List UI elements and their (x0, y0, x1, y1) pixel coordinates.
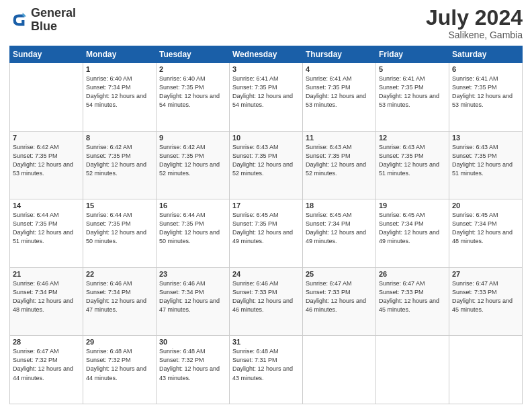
logo-line2: Blue (31, 20, 76, 34)
day-info: Sunrise: 6:44 AMSunset: 7:35 PMDaylight:… (86, 211, 153, 246)
day-number: 24 (232, 270, 300, 278)
week-row-5: 28Sunrise: 6:47 AMSunset: 7:32 PMDayligh… (10, 336, 523, 404)
day-number: 3 (232, 65, 300, 73)
day-info: Sunrise: 6:40 AMSunset: 7:34 PMDaylight:… (86, 75, 153, 109)
day-info: Sunrise: 6:46 AMSunset: 7:34 PMDaylight:… (86, 279, 153, 314)
header-row: SundayMondayTuesdayWednesdayThursdayFrid… (10, 46, 523, 63)
week-row-2: 7Sunrise: 6:42 AMSunset: 7:35 PMDaylight… (10, 131, 523, 199)
day-cell: 28Sunrise: 6:47 AMSunset: 7:32 PMDayligh… (10, 336, 83, 404)
day-info: Sunrise: 6:43 AMSunset: 7:35 PMDaylight:… (452, 143, 519, 178)
day-number: 27 (452, 270, 519, 278)
week-row-4: 21Sunrise: 6:46 AMSunset: 7:34 PMDayligh… (10, 267, 523, 336)
day-info: Sunrise: 6:41 AMSunset: 7:35 PMDaylight:… (232, 75, 300, 109)
day-info: Sunrise: 6:47 AMSunset: 7:32 PMDaylight:… (13, 347, 80, 382)
logo-icon (9, 11, 28, 30)
day-cell (10, 63, 83, 132)
day-info: Sunrise: 6:45 AMSunset: 7:34 PMDaylight:… (452, 211, 519, 246)
day-cell: 12Sunrise: 6:43 AMSunset: 7:35 PMDayligh… (376, 131, 449, 199)
day-cell: 11Sunrise: 6:43 AMSunset: 7:35 PMDayligh… (303, 131, 376, 199)
day-info: Sunrise: 6:40 AMSunset: 7:35 PMDaylight:… (159, 75, 226, 109)
day-cell: 9Sunrise: 6:42 AMSunset: 7:35 PMDaylight… (157, 131, 230, 199)
day-info: Sunrise: 6:45 AMSunset: 7:35 PMDaylight:… (232, 211, 300, 246)
day-cell: 31Sunrise: 6:48 AMSunset: 7:31 PMDayligh… (230, 336, 303, 404)
day-number: 14 (13, 201, 80, 210)
col-header-tuesday: Tuesday (157, 46, 230, 63)
day-cell: 17Sunrise: 6:45 AMSunset: 7:35 PMDayligh… (230, 199, 303, 268)
day-cell: 22Sunrise: 6:46 AMSunset: 7:34 PMDayligh… (83, 267, 157, 336)
day-number: 15 (86, 201, 153, 210)
calendar-table: SundayMondayTuesdayWednesdayThursdayFrid… (9, 46, 523, 404)
day-info: Sunrise: 6:44 AMSunset: 7:35 PMDaylight:… (159, 211, 226, 246)
day-number: 12 (379, 134, 446, 142)
day-cell: 5Sunrise: 6:41 AMSunset: 7:35 PMDaylight… (376, 63, 449, 132)
day-cell: 21Sunrise: 6:46 AMSunset: 7:34 PMDayligh… (10, 267, 83, 336)
day-info: Sunrise: 6:41 AMSunset: 7:35 PMDaylight:… (452, 75, 519, 109)
day-number: 22 (86, 270, 153, 278)
col-header-friday: Friday (376, 46, 449, 63)
day-number: 29 (86, 338, 153, 346)
day-info: Sunrise: 6:48 AMSunset: 7:31 PMDaylight:… (232, 347, 300, 382)
day-cell: 23Sunrise: 6:46 AMSunset: 7:34 PMDayligh… (157, 267, 230, 336)
day-info: Sunrise: 6:44 AMSunset: 7:35 PMDaylight:… (13, 211, 80, 246)
day-info: Sunrise: 6:47 AMSunset: 7:33 PMDaylight:… (452, 279, 519, 314)
day-info: Sunrise: 6:43 AMSunset: 7:35 PMDaylight:… (306, 143, 373, 178)
day-cell: 6Sunrise: 6:41 AMSunset: 7:35 PMDaylight… (449, 63, 523, 132)
day-info: Sunrise: 6:45 AMSunset: 7:34 PMDaylight:… (379, 211, 446, 246)
day-cell: 19Sunrise: 6:45 AMSunset: 7:34 PMDayligh… (376, 199, 449, 268)
col-header-saturday: Saturday (449, 46, 523, 63)
day-info: Sunrise: 6:42 AMSunset: 7:35 PMDaylight:… (13, 143, 80, 178)
day-number: 6 (452, 65, 519, 73)
day-number: 4 (306, 65, 373, 73)
day-cell: 26Sunrise: 6:47 AMSunset: 7:33 PMDayligh… (376, 267, 449, 336)
day-cell: 18Sunrise: 6:45 AMSunset: 7:34 PMDayligh… (303, 199, 376, 268)
day-number: 9 (159, 134, 226, 142)
day-number: 19 (379, 201, 446, 210)
day-info: Sunrise: 6:46 AMSunset: 7:33 PMDaylight:… (232, 279, 300, 314)
day-cell: 7Sunrise: 6:42 AMSunset: 7:35 PMDaylight… (10, 131, 83, 199)
day-number: 28 (13, 338, 80, 346)
col-header-thursday: Thursday (303, 46, 376, 63)
day-cell: 27Sunrise: 6:47 AMSunset: 7:33 PMDayligh… (449, 267, 523, 336)
day-cell: 14Sunrise: 6:44 AMSunset: 7:35 PMDayligh… (10, 199, 83, 268)
day-info: Sunrise: 6:48 AMSunset: 7:32 PMDaylight:… (86, 347, 153, 382)
day-cell: 10Sunrise: 6:43 AMSunset: 7:35 PMDayligh… (230, 131, 303, 199)
title-block: July 2024 Salikene, Gambia (426, 7, 523, 40)
header: General Blue July 2024 Salikene, Gambia (9, 7, 523, 40)
day-info: Sunrise: 6:48 AMSunset: 7:32 PMDaylight:… (159, 347, 226, 382)
day-number: 2 (159, 65, 226, 73)
day-cell: 24Sunrise: 6:46 AMSunset: 7:33 PMDayligh… (230, 267, 303, 336)
day-info: Sunrise: 6:46 AMSunset: 7:34 PMDaylight:… (159, 279, 226, 314)
day-info: Sunrise: 6:45 AMSunset: 7:34 PMDaylight:… (306, 211, 373, 246)
week-row-1: 1Sunrise: 6:40 AMSunset: 7:34 PMDaylight… (10, 63, 523, 132)
day-cell: 30Sunrise: 6:48 AMSunset: 7:32 PMDayligh… (157, 336, 230, 404)
day-cell: 3Sunrise: 6:41 AMSunset: 7:35 PMDaylight… (230, 63, 303, 132)
day-number: 7 (13, 134, 80, 142)
day-number: 20 (452, 201, 519, 210)
day-cell: 4Sunrise: 6:41 AMSunset: 7:35 PMDaylight… (303, 63, 376, 132)
day-info: Sunrise: 6:41 AMSunset: 7:35 PMDaylight:… (306, 75, 373, 109)
day-number: 10 (232, 134, 300, 142)
col-header-wednesday: Wednesday (230, 46, 303, 63)
day-cell (303, 336, 376, 404)
day-cell (449, 336, 523, 404)
logo: General Blue (9, 7, 76, 34)
day-number: 23 (159, 270, 226, 278)
day-cell: 1Sunrise: 6:40 AMSunset: 7:34 PMDaylight… (83, 63, 157, 132)
day-cell: 16Sunrise: 6:44 AMSunset: 7:35 PMDayligh… (157, 199, 230, 268)
day-cell: 20Sunrise: 6:45 AMSunset: 7:34 PMDayligh… (449, 199, 523, 268)
day-cell: 15Sunrise: 6:44 AMSunset: 7:35 PMDayligh… (83, 199, 157, 268)
day-number: 18 (306, 201, 373, 210)
day-cell: 2Sunrise: 6:40 AMSunset: 7:35 PMDaylight… (157, 63, 230, 132)
day-info: Sunrise: 6:42 AMSunset: 7:35 PMDaylight:… (159, 143, 226, 178)
day-info: Sunrise: 6:46 AMSunset: 7:34 PMDaylight:… (13, 279, 80, 314)
day-info: Sunrise: 6:43 AMSunset: 7:35 PMDaylight:… (232, 143, 300, 178)
day-number: 1 (86, 65, 153, 73)
day-cell: 25Sunrise: 6:47 AMSunset: 7:33 PMDayligh… (303, 267, 376, 336)
col-header-monday: Monday (83, 46, 157, 63)
location: Salikene, Gambia (426, 30, 523, 40)
day-number: 8 (86, 134, 153, 142)
day-number: 26 (379, 270, 446, 278)
day-number: 11 (306, 134, 373, 142)
logo-line1: General (31, 7, 76, 20)
day-number: 30 (159, 338, 226, 346)
